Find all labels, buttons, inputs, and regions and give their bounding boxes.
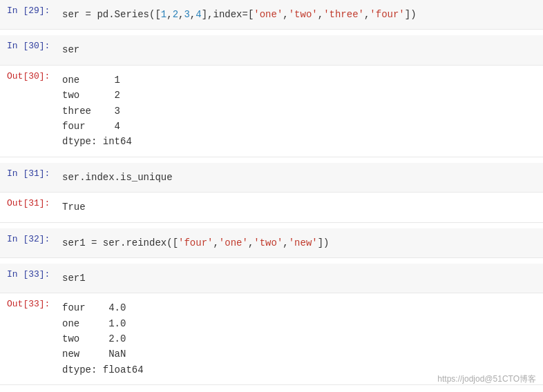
- output-line: dtype: int64: [62, 134, 543, 149]
- output-line: one 1: [62, 72, 543, 88]
- cell-31-in: In [31]: ser.index.is_unique: [0, 163, 543, 193]
- code-line: ser = pd.Series([1,2,3,4],index=['one','…: [62, 7, 543, 22]
- output-line: two 2: [62, 88, 543, 103]
- code-line: ser.index.is_unique: [62, 170, 543, 185]
- cell-code-33[interactable]: ser1: [62, 268, 543, 288]
- cell-output-30: one 1 two 2 three 3 four 4 dtype: int64: [62, 70, 543, 153]
- cell-30-out: Out[30]: one 1 two 2 three 3 four 4 dtyp…: [0, 66, 543, 157]
- code-line: ser1 = ser.reindex(['four','one','two','…: [62, 235, 543, 251]
- output-line: two 2.0: [62, 331, 543, 346]
- cell-label-in-33: In [33]:: [0, 268, 62, 282]
- cell-label-out-33: Out[33]:: [0, 297, 62, 312]
- notebook: In [29]: ser = pd.Series([1,2,3,4],index…: [0, 0, 543, 392]
- cell-29: In [29]: ser = pd.Series([1,2,3,4],index…: [0, 0, 543, 30]
- cell-label-in-30: In [30]:: [0, 39, 62, 54]
- cell-label-in-31: In [31]:: [0, 167, 62, 182]
- cell-32: In [32]: ser1 = ser.reindex(['four','one…: [0, 228, 543, 258]
- output-line: True: [62, 199, 543, 215]
- cell-label-out-30: Out[30]:: [0, 70, 62, 84]
- output-line: four 4: [62, 119, 543, 134]
- cell-label-in-32: In [32]:: [0, 233, 62, 247]
- output-line: four 4.0: [62, 300, 543, 315]
- cell-output-33: four 4.0 one 1.0 two 2.0 new NaN dtype: …: [62, 297, 543, 380]
- code-line: ser1: [62, 271, 543, 286]
- cell-code-31[interactable]: ser.index.is_unique: [62, 167, 543, 188]
- cell-label-out-31: Out[31]:: [0, 197, 62, 211]
- cell-31-out: Out[31]: True: [0, 193, 543, 222]
- cell-code-30[interactable]: ser: [62, 39, 543, 60]
- output-line: three 3: [62, 104, 543, 119]
- cell-33-out: Out[33]: four 4.0 one 1.0 two 2.0 new Na…: [0, 293, 543, 385]
- cell-label-in-29: In [29]:: [0, 4, 62, 19]
- output-line: one 1.0: [62, 316, 543, 331]
- cell-30-in: In [30]: ser: [0, 35, 543, 65]
- cell-code-32[interactable]: ser1 = ser.reindex(['four','one','two','…: [62, 233, 543, 253]
- code-line: ser: [62, 42, 543, 57]
- output-line: new NaN: [62, 346, 543, 362]
- cell-output-31: True: [62, 197, 543, 217]
- watermark: https://jodjod@51CTO博客: [437, 373, 536, 385]
- cell-code-29[interactable]: ser = pd.Series([1,2,3,4],index=['one','…: [62, 4, 543, 25]
- cell-33-in: In [33]: ser1: [0, 264, 543, 293]
